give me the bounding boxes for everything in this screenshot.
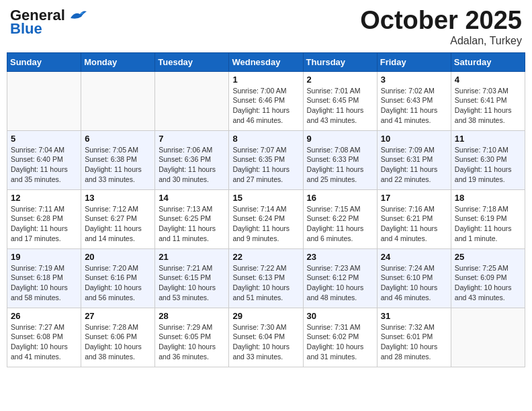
calendar-cell <box>7 71 81 130</box>
day-number: 6 <box>85 134 151 144</box>
calendar-cell <box>81 71 155 130</box>
day-info: Sunrise: 7:24 AM Sunset: 6:10 PM Dayligh… <box>381 263 447 303</box>
column-header-sunday: Sunday <box>7 52 81 71</box>
calendar-cell: 12Sunrise: 7:11 AM Sunset: 6:28 PM Dayli… <box>7 189 81 248</box>
day-info: Sunrise: 7:06 AM Sunset: 6:36 PM Dayligh… <box>159 145 225 185</box>
calendar-cell: 5Sunrise: 7:04 AM Sunset: 6:40 PM Daylig… <box>7 130 81 189</box>
calendar-cell: 23Sunrise: 7:23 AM Sunset: 6:12 PM Dayli… <box>303 248 377 308</box>
calendar-week-row: 26Sunrise: 7:27 AM Sunset: 6:08 PM Dayli… <box>7 308 525 367</box>
calendar-cell: 22Sunrise: 7:22 AM Sunset: 6:13 PM Dayli… <box>229 248 303 308</box>
day-number: 8 <box>232 134 299 144</box>
column-header-monday: Monday <box>81 52 155 71</box>
title-section: October 2025 Adalan, Turkey <box>360 7 522 47</box>
day-info: Sunrise: 7:20 AM Sunset: 6:16 PM Dayligh… <box>85 263 151 303</box>
day-number: 25 <box>455 252 521 262</box>
day-info: Sunrise: 7:27 AM Sunset: 6:08 PM Dayligh… <box>11 322 77 362</box>
day-number: 4 <box>455 75 521 85</box>
calendar-cell: 18Sunrise: 7:18 AM Sunset: 6:19 PM Dayli… <box>451 189 525 248</box>
calendar-cell: 8Sunrise: 7:07 AM Sunset: 6:35 PM Daylig… <box>229 130 303 189</box>
column-header-thursday: Thursday <box>303 52 377 71</box>
day-number: 30 <box>307 311 373 321</box>
day-info: Sunrise: 7:05 AM Sunset: 6:38 PM Dayligh… <box>85 145 151 185</box>
calendar-cell: 19Sunrise: 7:19 AM Sunset: 6:18 PM Dayli… <box>7 248 81 308</box>
calendar-week-row: 5Sunrise: 7:04 AM Sunset: 6:40 PM Daylig… <box>7 130 525 189</box>
day-info: Sunrise: 7:14 AM Sunset: 6:24 PM Dayligh… <box>232 204 299 244</box>
calendar-cell: 28Sunrise: 7:29 AM Sunset: 6:05 PM Dayli… <box>155 308 229 367</box>
day-number: 15 <box>232 193 299 203</box>
calendar-week-row: 19Sunrise: 7:19 AM Sunset: 6:18 PM Dayli… <box>7 248 525 308</box>
column-header-friday: Friday <box>377 52 451 71</box>
day-info: Sunrise: 7:28 AM Sunset: 6:06 PM Dayligh… <box>85 322 151 362</box>
logo: General Blue <box>10 7 87 38</box>
day-info: Sunrise: 7:12 AM Sunset: 6:27 PM Dayligh… <box>85 204 151 244</box>
day-number: 16 <box>307 193 373 203</box>
calendar-cell: 31Sunrise: 7:32 AM Sunset: 6:01 PM Dayli… <box>377 308 451 367</box>
day-number: 27 <box>85 311 151 321</box>
calendar-cell: 9Sunrise: 7:08 AM Sunset: 6:33 PM Daylig… <box>303 130 377 189</box>
day-number: 28 <box>159 311 225 321</box>
day-number: 13 <box>85 193 151 203</box>
calendar-header-row: SundayMondayTuesdayWednesdayThursdayFrid… <box>7 52 525 71</box>
day-info: Sunrise: 7:04 AM Sunset: 6:40 PM Dayligh… <box>11 145 77 185</box>
day-number: 19 <box>11 252 77 262</box>
day-info: Sunrise: 7:21 AM Sunset: 6:15 PM Dayligh… <box>159 263 225 303</box>
day-info: Sunrise: 7:30 AM Sunset: 6:04 PM Dayligh… <box>232 322 299 362</box>
calendar-cell: 7Sunrise: 7:06 AM Sunset: 6:36 PM Daylig… <box>155 130 229 189</box>
day-info: Sunrise: 7:15 AM Sunset: 6:22 PM Dayligh… <box>307 204 373 244</box>
day-number: 22 <box>232 252 299 262</box>
day-info: Sunrise: 7:02 AM Sunset: 6:43 PM Dayligh… <box>381 86 447 126</box>
day-info: Sunrise: 7:32 AM Sunset: 6:01 PM Dayligh… <box>381 322 447 362</box>
calendar-cell <box>451 308 525 367</box>
calendar-cell: 13Sunrise: 7:12 AM Sunset: 6:27 PM Dayli… <box>81 189 155 248</box>
day-number: 1 <box>232 75 299 85</box>
day-number: 18 <box>455 193 521 203</box>
day-info: Sunrise: 7:01 AM Sunset: 6:45 PM Dayligh… <box>307 86 373 126</box>
day-number: 7 <box>159 134 225 144</box>
day-number: 10 <box>381 134 447 144</box>
column-header-wednesday: Wednesday <box>229 52 303 71</box>
calendar-cell: 14Sunrise: 7:13 AM Sunset: 6:25 PM Dayli… <box>155 189 229 248</box>
day-info: Sunrise: 7:29 AM Sunset: 6:05 PM Dayligh… <box>159 322 225 362</box>
day-info: Sunrise: 7:19 AM Sunset: 6:18 PM Dayligh… <box>11 263 77 303</box>
calendar-cell: 30Sunrise: 7:31 AM Sunset: 6:02 PM Dayli… <box>303 308 377 367</box>
day-info: Sunrise: 7:22 AM Sunset: 6:13 PM Dayligh… <box>232 263 299 303</box>
day-info: Sunrise: 7:09 AM Sunset: 6:31 PM Dayligh… <box>381 145 447 185</box>
calendar-cell: 15Sunrise: 7:14 AM Sunset: 6:24 PM Dayli… <box>229 189 303 248</box>
day-number: 14 <box>159 193 225 203</box>
day-number: 24 <box>381 252 447 262</box>
column-header-saturday: Saturday <box>451 52 525 71</box>
day-info: Sunrise: 7:25 AM Sunset: 6:09 PM Dayligh… <box>455 263 521 303</box>
calendar-cell: 6Sunrise: 7:05 AM Sunset: 6:38 PM Daylig… <box>81 130 155 189</box>
day-number: 9 <box>307 134 373 144</box>
calendar-table: SundayMondayTuesdayWednesdayThursdayFrid… <box>7 52 525 367</box>
calendar-cell: 25Sunrise: 7:25 AM Sunset: 6:09 PM Dayli… <box>451 248 525 308</box>
day-number: 21 <box>159 252 225 262</box>
day-number: 26 <box>11 311 77 321</box>
calendar-cell: 1Sunrise: 7:00 AM Sunset: 6:46 PM Daylig… <box>229 71 303 130</box>
column-header-tuesday: Tuesday <box>155 52 229 71</box>
day-number: 11 <box>455 134 521 144</box>
calendar-cell: 29Sunrise: 7:30 AM Sunset: 6:04 PM Dayli… <box>229 308 303 367</box>
calendar-cell: 26Sunrise: 7:27 AM Sunset: 6:08 PM Dayli… <box>7 308 81 367</box>
calendar-cell: 2Sunrise: 7:01 AM Sunset: 6:45 PM Daylig… <box>303 71 377 130</box>
day-info: Sunrise: 7:13 AM Sunset: 6:25 PM Dayligh… <box>159 204 225 244</box>
day-info: Sunrise: 7:08 AM Sunset: 6:33 PM Dayligh… <box>307 145 373 185</box>
day-info: Sunrise: 7:18 AM Sunset: 6:19 PM Dayligh… <box>455 204 521 244</box>
day-number: 12 <box>11 193 77 203</box>
calendar-week-row: 12Sunrise: 7:11 AM Sunset: 6:28 PM Dayli… <box>7 189 525 248</box>
page-header: General Blue October 2025 Adalan, Turkey <box>7 7 525 47</box>
logo-blue-text: Blue <box>10 20 42 38</box>
day-number: 17 <box>381 193 447 203</box>
day-number: 23 <box>307 252 373 262</box>
day-info: Sunrise: 7:03 AM Sunset: 6:41 PM Dayligh… <box>455 86 521 126</box>
calendar-cell: 11Sunrise: 7:10 AM Sunset: 6:30 PM Dayli… <box>451 130 525 189</box>
day-info: Sunrise: 7:23 AM Sunset: 6:12 PM Dayligh… <box>307 263 373 303</box>
calendar-cell: 21Sunrise: 7:21 AM Sunset: 6:15 PM Dayli… <box>155 248 229 308</box>
day-number: 20 <box>85 252 151 262</box>
calendar-cell: 3Sunrise: 7:02 AM Sunset: 6:43 PM Daylig… <box>377 71 451 130</box>
calendar-cell: 10Sunrise: 7:09 AM Sunset: 6:31 PM Dayli… <box>377 130 451 189</box>
calendar-week-row: 1Sunrise: 7:00 AM Sunset: 6:46 PM Daylig… <box>7 71 525 130</box>
day-number: 31 <box>381 311 447 321</box>
calendar-cell <box>155 71 229 130</box>
day-number: 5 <box>11 134 77 144</box>
